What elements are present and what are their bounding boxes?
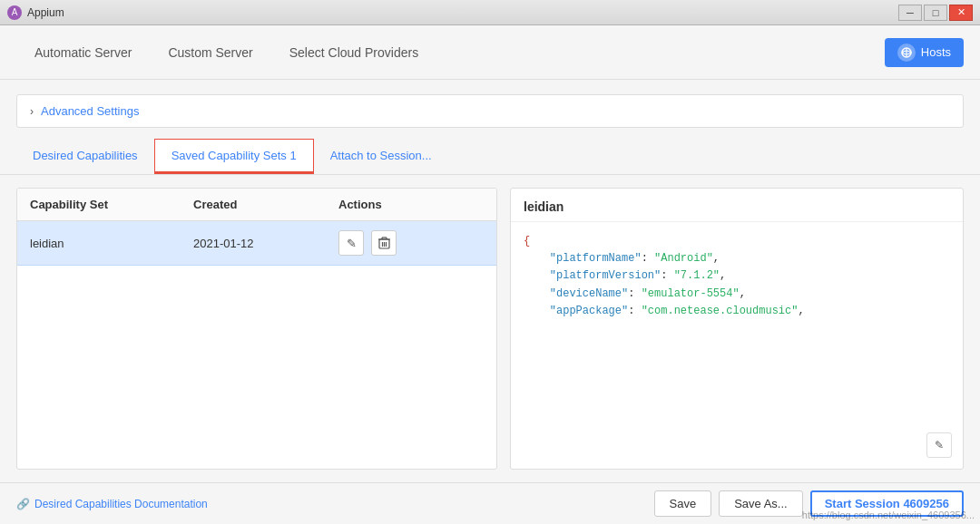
tab-automatic-server[interactable]: Automatic Server <box>16 38 150 67</box>
save-button[interactable]: Save <box>654 490 712 517</box>
capability-detail-panel: leidian { "platformName": "Android", "pl… <box>510 188 964 470</box>
sub-tabs: Desired Capabilities Saved Capability Se… <box>0 139 980 175</box>
hosts-label: Hosts <box>921 45 951 59</box>
edit-button[interactable]: ✎ <box>338 230 364 256</box>
edit-json-button[interactable]: ✎ <box>926 432 952 458</box>
json-value-platform-name: "Android" <box>654 252 713 265</box>
tab-saved-capability-sets[interactable]: Saved Capability Sets 1 <box>154 139 314 174</box>
app-title: Appium <box>27 6 898 19</box>
json-key-platform-name: "platformName" <box>550 252 642 265</box>
json-key-device-name: "deviceName" <box>550 287 628 300</box>
col-header-capability-set: Capability Set <box>30 198 193 211</box>
delete-button[interactable] <box>371 230 397 256</box>
col-header-created: Created <box>193 198 338 211</box>
minimize-button[interactable]: ─ <box>898 5 922 21</box>
docs-link[interactable]: 🔗 Desired Capabilities Documentation <box>16 498 208 510</box>
capability-sets-table: Capability Set Created Actions leidian 2… <box>16 188 497 470</box>
docs-link-label: Desired Capabilities Documentation <box>34 498 208 510</box>
panels-area: Capability Set Created Actions leidian 2… <box>0 175 980 482</box>
trash-icon <box>378 237 390 249</box>
edit-icon: ✎ <box>935 439 944 451</box>
title-bar: A Appium ─ □ ✕ <box>0 0 980 25</box>
chevron-right-icon: › <box>30 105 34 118</box>
json-value-app-package: "com.netease.cloudmusic" <box>642 305 799 317</box>
tab-select-cloud-providers[interactable]: Select Cloud Providers <box>271 38 436 67</box>
window-controls: ─ □ ✕ <box>898 5 973 21</box>
capability-json-view: { "platformName": "Android", "platformVe… <box>511 222 963 469</box>
tab-desired-capabilities[interactable]: Desired Capabilities <box>16 140 154 174</box>
table-row[interactable]: leidian 2021-01-12 ✎ <box>17 221 496 266</box>
capability-detail-title: leidian <box>511 189 963 222</box>
hosts-icon <box>897 44 916 62</box>
json-key-app-package: "appPackage" <box>550 305 628 317</box>
tab-custom-server[interactable]: Custom Server <box>150 38 270 67</box>
close-button[interactable]: ✕ <box>949 5 973 21</box>
json-open-brace: { <box>524 235 530 247</box>
json-value-device-name: "emulator-5554" <box>642 287 740 300</box>
tab-attach-to-session[interactable]: Attach to Session... <box>314 140 448 174</box>
cell-capability-set-name: leidian <box>30 237 193 250</box>
json-value-platform-version: "7.1.2" <box>674 269 720 282</box>
main-container: Automatic Server Custom Server Select Cl… <box>0 25 980 524</box>
advanced-settings-bar[interactable]: › Advanced Settings <box>16 94 964 128</box>
advanced-settings-label: Advanced Settings <box>41 104 139 118</box>
bottom-bar: 🔗 Desired Capabilities Documentation Sav… <box>0 482 980 524</box>
save-as-button[interactable]: Save As... <box>719 490 803 517</box>
json-key-platform-version: "platformVersion" <box>550 269 661 282</box>
row-actions: ✎ <box>338 230 447 256</box>
maximize-button[interactable]: □ <box>924 5 947 21</box>
hosts-button[interactable]: Hosts <box>885 38 964 67</box>
table-header: Capability Set Created Actions <box>17 189 496 221</box>
content-area: › Advanced Settings Desired Capabilities… <box>0 80 980 482</box>
nav-tabs: Automatic Server Custom Server Select Cl… <box>0 25 980 80</box>
start-session-button[interactable]: Start Session 4609256 <box>810 490 964 517</box>
app-icon: A <box>7 5 22 20</box>
cell-created-date: 2021-01-12 <box>193 237 338 250</box>
link-icon: 🔗 <box>16 498 30 510</box>
col-header-actions: Actions <box>338 198 447 211</box>
